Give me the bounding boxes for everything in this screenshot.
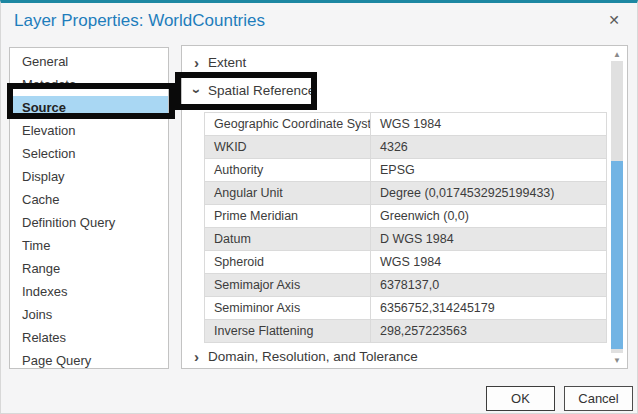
sidebar-item-selection[interactable]: Selection [10,142,168,165]
section-domain-resolution-tolerance[interactable]: › Domain, Resolution, and Tolerance [194,349,418,364]
sidebar-item-joins[interactable]: Joins [10,303,168,326]
properties-category-list: General Metadata Source Elevation Select… [9,47,169,369]
table-row: Geographic Coordinate System WGS 1984 [205,113,607,136]
sidebar-item-elevation[interactable]: Elevation [10,119,168,142]
sidebar-item-relates[interactable]: Relates [10,326,168,349]
table-row: WKID 4326 [205,136,607,159]
layer-properties-dialog: Layer Properties: WorldCountries ✕ Gener… [0,0,638,414]
sidebar-item-indexes[interactable]: Indexes [10,280,168,303]
property-value: 298,257223563 [371,320,607,343]
close-icon[interactable]: ✕ [605,12,623,28]
property-name: Datum [205,228,371,251]
table-row: Inverse Flattening 298,257223563 [205,320,607,343]
property-name: Semimajor Axis [205,274,371,297]
property-value: 4326 [371,136,607,159]
sidebar-item-metadata[interactable]: Metadata [10,73,168,96]
property-name: Geographic Coordinate System [205,113,371,136]
sidebar-item-page-query[interactable]: Page Query [10,349,168,372]
property-value: WGS 1984 [371,113,607,136]
property-name: Angular Unit [205,182,371,205]
property-name: Prime Meridian [205,205,371,228]
sidebar-item-cache[interactable]: Cache [10,188,168,211]
table-row: Angular Unit Degree (0,0174532925199433) [205,182,607,205]
table-row: Spheroid WGS 1984 [205,251,607,274]
property-value: EPSG [371,159,607,182]
property-name: WKID [205,136,371,159]
property-value: 6356752,314245179 [371,297,607,320]
ok-button[interactable]: OK [486,386,555,411]
sidebar-item-time[interactable]: Time [10,234,168,257]
scroll-down-icon[interactable]: ▼ [609,355,625,367]
sidebar-item-display[interactable]: Display [10,165,168,188]
table-row: Authority EPSG [205,159,607,182]
property-value: Greenwich (0,0) [371,205,607,228]
chevron-right-icon: › [194,55,199,70]
property-value: D WGS 1984 [371,228,607,251]
property-value: Degree (0,0174532925199433) [371,182,607,205]
table-row: Datum D WGS 1984 [205,228,607,251]
table-row: Semimajor Axis 6378137,0 [205,274,607,297]
property-value: 6378137,0 [371,274,607,297]
chevron-right-icon: › [194,349,199,364]
section-spatial-reference-label: Spatial Reference [208,83,315,98]
table-row: Prime Meridian Greenwich (0,0) [205,205,607,228]
section-extent[interactable]: › Extent [194,55,246,70]
table-row: Semiminor Axis 6356752,314245179 [205,297,607,320]
property-name: Authority [205,159,371,182]
property-name: Inverse Flattening [205,320,371,343]
spatial-reference-table: Geographic Coordinate System WGS 1984 WK… [204,112,607,343]
cancel-button[interactable]: Cancel [564,386,633,411]
section-extent-label: Extent [208,55,246,70]
sidebar-item-source[interactable]: Source [10,96,168,119]
dialog-title: Layer Properties: WorldCountries [14,11,265,31]
property-value: WGS 1984 [371,251,607,274]
sidebar-item-range[interactable]: Range [10,257,168,280]
sidebar-item-general[interactable]: General [10,50,168,73]
chevron-down-icon: › [190,89,205,94]
source-properties-panel: › Extent › Spatial Reference Geographic … [181,45,628,369]
section-spatial-reference[interactable]: › Spatial Reference [194,83,315,98]
scroll-up-icon[interactable]: ▲ [609,49,625,61]
property-name: Spheroid [205,251,371,274]
sidebar-item-definition-query[interactable]: Definition Query [10,211,168,234]
scrollbar-thumb[interactable] [611,161,623,349]
property-name: Semiminor Axis [205,297,371,320]
section-domain-label: Domain, Resolution, and Tolerance [208,349,418,364]
